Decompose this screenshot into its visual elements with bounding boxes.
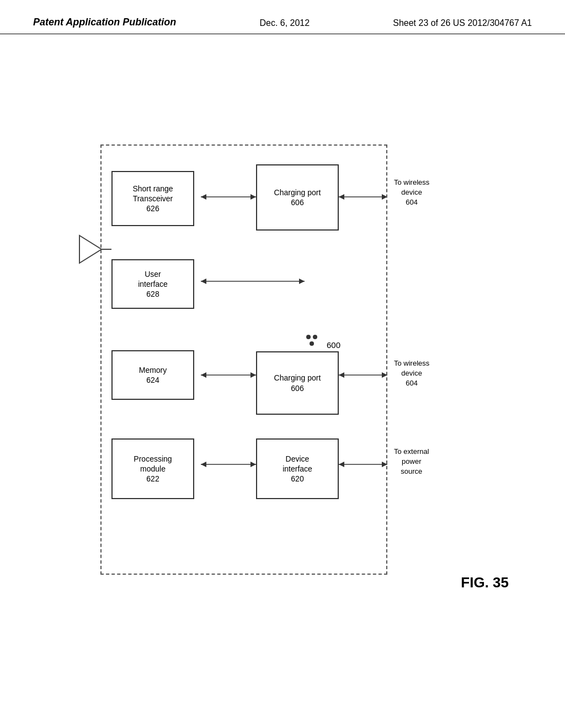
svg-marker-0 bbox=[79, 235, 102, 263]
system-number-label: 600 bbox=[327, 340, 340, 350]
dots-cluster bbox=[306, 335, 317, 346]
memory-block: Memory 624 bbox=[111, 350, 194, 400]
charging-port-bottom-block: Charging port 606 bbox=[256, 351, 339, 415]
publication-date: Dec. 6, 2012 bbox=[259, 18, 310, 28]
sheet-info: Sheet 23 of 26 US 2012/304767 A1 bbox=[393, 18, 532, 28]
short-range-transceiver-block: Short range Transceiver 626 bbox=[111, 171, 194, 226]
diagram-wrapper: Short range Transceiver 626 User interfa… bbox=[56, 128, 509, 624]
wireless-device-label-bottom: To wireless device 604 bbox=[394, 358, 429, 389]
power-source-label: To external power source bbox=[394, 447, 429, 477]
device-interface-block: Device interface 620 bbox=[256, 438, 339, 499]
charging-port-top-block: Charging port 606 bbox=[256, 164, 339, 231]
dot-2 bbox=[313, 335, 317, 339]
processing-module-block: Processing module 622 bbox=[111, 438, 194, 499]
page-header: Patent Application Publication Dec. 6, 2… bbox=[0, 0, 565, 34]
dot-1 bbox=[306, 335, 311, 339]
publication-title: Patent Application Publication bbox=[33, 17, 176, 28]
main-content: Short range Transceiver 626 User interfa… bbox=[0, 34, 565, 718]
figure-label: FIG. 35 bbox=[461, 574, 509, 591]
wireless-device-label-top: To wireless device 604 bbox=[394, 178, 429, 208]
user-interface-block: User interface 628 bbox=[111, 259, 194, 309]
dot-3 bbox=[310, 341, 314, 346]
